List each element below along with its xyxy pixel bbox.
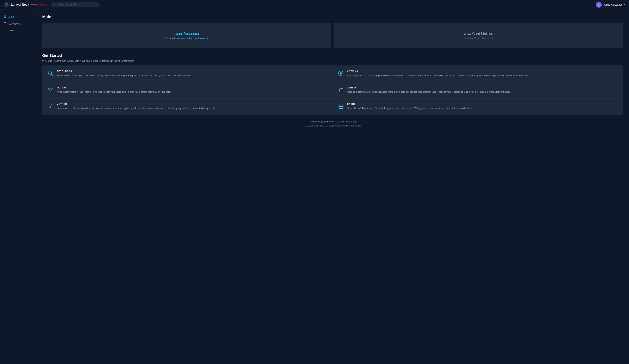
svg-rect-6 [4,16,5,17]
lenses-title: LENSES [347,87,511,89]
nova-card-title: Nova Card Linkable [463,32,495,36]
cards-text: Nova offers CLI generators for scaffoldi… [347,107,471,110]
topnav-right: Julius Kiekbusch ▾ [589,2,625,8]
resources-content: RESOURCES Nova's resource manager allows… [57,70,191,77]
svg-rect-21 [50,106,51,108]
resources-title: RESOURCES [57,70,191,73]
metrics-content: METRICS Nova makes it painless to quickl… [57,103,216,110]
chevron-down-icon: ▾ [624,3,625,6]
search-bar[interactable]: Press / to search [51,2,99,7]
filters-content: FILTERS Write custom filters for your re… [57,87,171,94]
nova-card-subtitle: Visit the GitHub Repository [465,37,493,40]
lenses-content: LENSES Need to customize a resource list… [347,87,511,94]
metrics-icon [47,103,53,110]
svg-rect-4 [4,15,5,16]
metrics-text: Nova makes it painless to quickly displa… [57,107,216,110]
feature-cell-metrics: METRICS Nova makes it painless to quickl… [42,99,333,115]
logo-area: Laravel Nova UNREGISTERED [4,2,48,8]
sidebar-users-label: Users [8,29,14,32]
svg-point-13 [338,71,343,76]
svg-rect-22 [51,105,52,108]
svg-point-8 [4,22,6,23]
actions-content: ACTIONS Actions perform tasks on a singl… [347,70,529,77]
svg-rect-25 [341,107,343,109]
svg-rect-7 [5,16,6,17]
metrics-title: METRICS [57,103,216,105]
svg-rect-5 [5,15,6,16]
app-name: Laravel Nova [11,3,29,6]
cards-content: CARDS Nova offers CLI generators for sca… [347,103,471,110]
cards-icon [338,103,344,110]
avatar [596,2,602,8]
feature-grid: RESOURCES Nova's resource manager allows… [42,66,623,115]
footer-copyright: © 2022 Laravel LLC · by Taylor Otwell an… [42,124,623,128]
feature-cell-actions: ACTIONS Actions perform tasks on a singl… [333,66,623,82]
footer-nova-link[interactable]: Laravel Nova [321,121,334,123]
feature-cell-cards: CARDS Nova offers CLI generators for sca… [333,99,623,115]
database-icon [4,22,6,26]
notification-bell[interactable] [589,2,593,7]
actions-text: Actions perform tasks on a single record… [347,74,529,77]
svg-rect-24 [339,107,341,109]
footer-powered-label: Powered by [309,121,320,123]
svg-point-3 [598,3,599,5]
app-layout: Main Resources Users Main User Resource … [0,0,629,364]
filters-icon [47,87,53,94]
filters-text: Write custom filters for your resource i… [57,90,171,94]
svg-rect-23 [339,104,341,106]
user-resource-card[interactable]: User Resource Visit the index view of th… [42,23,331,48]
actions-title: ACTIONS [347,70,529,73]
get-started-desc: Welcome to Nova! Get familiar with Nova … [42,60,623,62]
search-icon [54,3,57,6]
footer-powered-by: Powered by Laravel Nova · v4.0.0 (Silver… [42,120,623,124]
resources-text: Nova's resource manager allows you to qu… [57,74,191,77]
sidebar-resources-label: Resources [8,22,20,25]
svg-point-0 [4,2,9,8]
footer-version: · v4.0.0 (Silver Surfer). [334,121,356,123]
sidebar-item-resources[interactable]: Resources [0,20,36,28]
main-content: Main User Resource Visit the index view … [36,9,629,364]
user-resource-title: User Resource [175,32,199,36]
search-placeholder: Press / to search [58,3,76,6]
user-resource-subtitle: Visit the index view of the User Resourc… [165,37,208,40]
sidebar-main-label: Main [8,15,14,18]
sidebar-item-users[interactable]: Users [0,28,36,33]
svg-line-10 [51,74,53,76]
nova-logo-icon [4,2,9,8]
feature-cell-lenses: LENSES Need to customize a resource list… [333,82,623,98]
svg-line-2 [56,5,56,6]
sidebar: Main Resources Users [0,9,36,364]
resources-icon [47,70,53,78]
link-cards-row: User Resource Visit the index view of th… [42,23,623,48]
grid-icon [4,15,6,18]
footer: Powered by Laravel Nova · v4.0.0 (Silver… [42,115,623,131]
page-title: Main [42,14,623,19]
svg-point-18 [339,91,340,92]
cards-title: CARDS [347,103,471,105]
unregistered-badge: UNREGISTERED [31,4,48,6]
feature-cell-filters: FILTERS Write custom filters for your re… [42,82,333,98]
lenses-text: Need to customize a resource list a litt… [347,90,511,94]
feature-row-1: RESOURCES Nova's resource manager allows… [42,66,623,82]
actions-icon [338,70,344,78]
svg-point-14 [339,88,340,89]
user-name: Julius Kiekbusch [604,3,623,6]
svg-rect-20 [48,107,49,108]
lenses-icon [338,87,344,94]
feature-row-3: METRICS Nova makes it painless to quickl… [42,99,623,115]
feature-cell-resources: RESOURCES Nova's resource manager allows… [42,66,333,82]
top-navigation: Laravel Nova UNREGISTERED Press / to sea… [0,0,629,9]
filters-title: FILTERS [57,87,171,89]
feature-row-2: FILTERS Write custom filters for your re… [42,82,623,99]
user-menu[interactable]: Julius Kiekbusch ▾ [596,2,625,8]
svg-point-16 [339,90,340,91]
sidebar-item-main[interactable]: Main [0,13,36,20]
get-started-title: Get Started [42,53,623,58]
nova-card-linkable-card[interactable]: Nova Card Linkable Visit the GitHub Repo… [334,23,623,48]
